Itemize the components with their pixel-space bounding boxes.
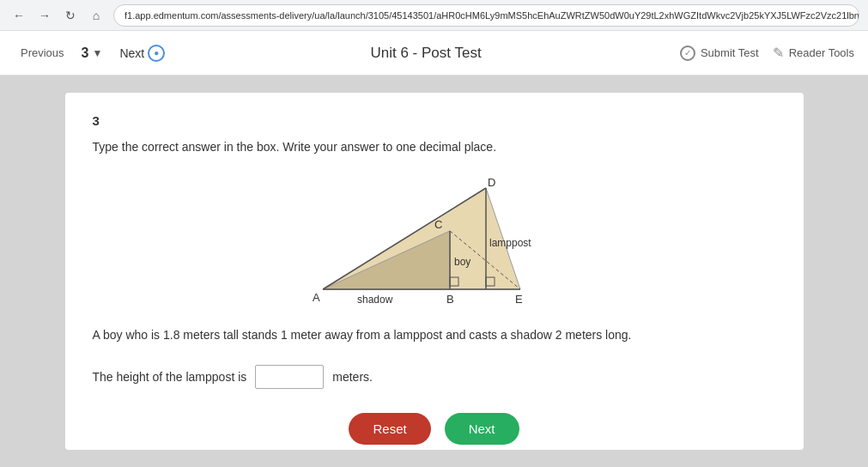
svg-marker-1 [323, 231, 450, 289]
question-instruction: Type the correct answer in the box. Writ… [93, 140, 776, 154]
svg-text:A: A [313, 291, 320, 304]
next-label-header: Next [119, 46, 144, 60]
address-bar[interactable]: f1.app.edmentum.com/assessments-delivery… [113, 4, 859, 27]
browser-bar: ← → ↻ ⌂ f1.app.edmentum.com/assessments-… [0, 0, 868, 31]
forward-button[interactable]: → [34, 5, 55, 26]
home-button[interactable]: ⌂ [86, 5, 106, 26]
diagram-container: A shadow B E C D boy lamppost [93, 171, 776, 308]
answer-suffix: meters. [332, 370, 373, 384]
answer-input[interactable] [255, 365, 324, 389]
submit-icon: ✓ [680, 45, 695, 61]
reader-tools-label: Reader Tools [789, 46, 854, 59]
back-button[interactable]: ← [9, 5, 29, 26]
svg-text:D: D [488, 176, 495, 189]
next-label-main: Next [469, 422, 495, 436]
svg-text:boy: boy [454, 256, 470, 268]
svg-text:shadow: shadow [357, 294, 393, 306]
problem-text: A boy who is 1.8 meters tall stands 1 me… [93, 325, 776, 344]
previous-button[interactable]: Previous [14, 43, 71, 63]
submit-test-button[interactable]: ✓ Submit Test [680, 45, 759, 61]
url-text: f1.app.edmentum.com/assessments-delivery… [124, 10, 859, 21]
svg-text:B: B [446, 293, 454, 306]
question-selector[interactable]: 3 ▼ [82, 45, 103, 61]
answer-prefix: The height of the lamppost is [93, 370, 247, 384]
next-circle-icon: ● [148, 45, 165, 62]
submit-test-label: Submit Test [701, 46, 759, 59]
header-actions: ✓ Submit Test ✎ Reader Tools [680, 45, 854, 61]
chevron-down-icon: ▼ [92, 47, 102, 59]
page-title: Unit 6 - Post Test [182, 45, 670, 62]
next-button-header[interactable]: Next ● [112, 41, 172, 65]
app-header: Previous 3 ▼ Next ● Unit 6 - Post Test ✓… [0, 31, 868, 76]
answer-section: The height of the lamppost is meters. [93, 365, 776, 389]
svg-text:E: E [515, 293, 523, 306]
reset-label: Reset [373, 422, 406, 436]
reset-button[interactable]: Reset [349, 413, 430, 445]
reader-icon: ✎ [773, 45, 784, 61]
previous-label: Previous [21, 46, 64, 59]
question-number: 3 [93, 113, 776, 128]
reader-tools-button[interactable]: ✎ Reader Tools [773, 45, 854, 61]
bottom-buttons: Reset Next [93, 413, 776, 445]
triangle-diagram: A shadow B E C D boy lamppost [297, 171, 572, 308]
svg-text:lamppost: lamppost [489, 237, 531, 249]
question-number-display: 3 [82, 45, 89, 61]
question-card: 3 Type the correct answer in the box. Wr… [65, 93, 804, 450]
main-content: 3 Type the correct answer in the box. Wr… [0, 76, 868, 467]
next-button-main[interactable]: Next [445, 413, 519, 445]
svg-text:C: C [434, 218, 442, 231]
browser-nav: ← → ↻ ⌂ [9, 5, 106, 26]
reload-button[interactable]: ↻ [60, 5, 81, 26]
